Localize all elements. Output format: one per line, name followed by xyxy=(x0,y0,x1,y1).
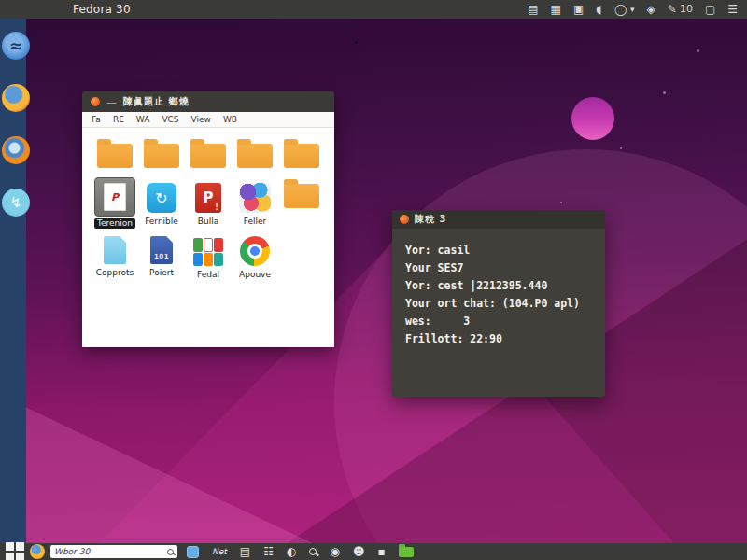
file-manager-body: P Terenion ↻ Fernible P Bulla Feller xyxy=(82,128,334,347)
status-window-titlebar[interactable]: 陳稅 3 xyxy=(392,210,605,229)
menu-edit[interactable]: RE xyxy=(113,115,124,124)
file-label: Feller xyxy=(244,217,266,226)
badge-icon[interactable]: ◈ xyxy=(647,0,655,19)
sync-app-icon: ↻ xyxy=(147,183,176,213)
menu-go[interactable]: WA xyxy=(136,115,150,124)
document-badge: 101 xyxy=(154,253,169,260)
window-icon[interactable]: ▢ xyxy=(705,0,715,19)
file-label: Terenion xyxy=(94,218,135,229)
folder-icon xyxy=(190,144,226,168)
folder-item[interactable] xyxy=(232,137,278,168)
close-button[interactable] xyxy=(91,97,100,106)
wallpaper-star xyxy=(560,202,562,203)
status-line: wes: 3 xyxy=(405,313,605,330)
camera-icon[interactable]: ▣ xyxy=(573,0,584,19)
green-folder-icon[interactable] xyxy=(399,547,414,557)
app-suite-icon xyxy=(193,238,223,266)
taskbar: Wbor 30 Net ▤ ☷ ◐ ◉ ☻ ▪ xyxy=(0,543,747,560)
presentation-icon: P xyxy=(195,183,221,213)
file-label: Fernible xyxy=(145,217,178,226)
file-icon[interactable]: ▤ xyxy=(240,543,250,560)
firefox-taskbar-icon[interactable] xyxy=(30,544,45,559)
folder-item[interactable] xyxy=(138,137,185,168)
folder-icon xyxy=(237,144,273,168)
network-icon[interactable]: ◯ xyxy=(614,0,627,19)
file-item[interactable]: ↻ Fernible xyxy=(138,177,185,229)
search-icon xyxy=(167,549,174,555)
taskbar-icons: Net ▤ ☷ ◐ ◉ ☻ ▪ xyxy=(187,543,414,560)
colorful-app-icon xyxy=(239,183,271,213)
firefox-icon[interactable] xyxy=(2,84,30,112)
wallpaper-moon xyxy=(571,97,614,140)
file-manager-titlebar[interactable]: — 陳眞題止 鄉燒 xyxy=(82,91,334,112)
contact-icon[interactable]: ◐ xyxy=(287,543,296,560)
file-label: Poiert xyxy=(149,268,174,277)
folder-item[interactable] xyxy=(278,137,325,168)
selection-highlight: P xyxy=(94,177,135,217)
file-label: Fedal xyxy=(197,270,219,279)
edit-icon[interactable]: ✎ xyxy=(668,0,677,19)
status-line: Yor: cest |2212395.440 xyxy=(405,277,605,295)
file-label: Copprots xyxy=(96,268,134,277)
file-item[interactable]: 101 Poiert xyxy=(138,236,185,279)
document-icon: P xyxy=(104,183,126,211)
search-input[interactable]: Wbor 30 xyxy=(54,547,163,556)
status-line: Your SES7 xyxy=(405,259,605,277)
window-title: 陳稅 3 xyxy=(415,213,446,226)
file-item[interactable]: Apouve xyxy=(232,236,278,279)
screens-icon[interactable]: ▤ xyxy=(528,0,538,19)
file-item[interactable]: Feller xyxy=(232,177,278,229)
icon-row: Copprots 101 Poiert Fedal Apouve xyxy=(92,236,327,279)
folder-icon xyxy=(144,144,179,168)
desktop-screen: Fedora 30 ▤ ▦ ▣ ◖ ◯ ▾ ◈ ✎ 10 ▢ ☰ — 陳眞題止 … xyxy=(0,0,747,560)
folder-icon xyxy=(97,144,133,168)
status-line: Your ort chat: (104.P0 apl) xyxy=(405,295,605,313)
file-item[interactable]: Fedal xyxy=(185,236,232,279)
start-button[interactable] xyxy=(6,542,24,560)
status-window: 陳稅 3 Yor: casil Your SES7 Yor: cest |221… xyxy=(392,210,605,397)
menu-vcs[interactable]: VCS xyxy=(162,115,178,124)
top-panel: Fedora 30 ▤ ▦ ▣ ◖ ◯ ▾ ◈ ✎ 10 ▢ ☰ xyxy=(0,0,747,19)
menu-view[interactable]: View xyxy=(191,115,211,124)
menu-icon[interactable]: ☰ xyxy=(727,0,738,19)
file-label: Bulla xyxy=(198,217,218,226)
apps-grid-icon[interactable]: ▦ xyxy=(551,0,561,19)
chevron-down-icon[interactable]: ▾ xyxy=(630,0,635,19)
edit-count: 10 xyxy=(680,0,693,19)
wallpaper-dark-dot xyxy=(355,41,358,44)
volume-icon[interactable]: ◖ xyxy=(596,0,601,19)
location-pin-icon[interactable]: ◉ xyxy=(330,543,339,560)
firefox-alt-icon[interactable] xyxy=(2,136,30,164)
chat-app-icon[interactable] xyxy=(2,189,30,217)
network-label-icon[interactable]: Net xyxy=(212,547,227,556)
folder-item[interactable] xyxy=(185,137,232,168)
activities-label[interactable]: Fedora 30 xyxy=(0,3,131,16)
browser-blue-icon[interactable] xyxy=(2,32,30,60)
minimize-icon[interactable]: — xyxy=(106,96,117,108)
small-dot-icon[interactable]: ▪ xyxy=(377,543,385,560)
search-tool-icon[interactable] xyxy=(309,548,317,555)
taskbar-search[interactable]: Wbor 30 xyxy=(50,545,177,558)
file-manager-menubar: Fa RE WA VCS View WB xyxy=(82,112,334,128)
wallpaper-star xyxy=(620,147,622,149)
file-item[interactable]: Copprots xyxy=(92,236,138,279)
status-line: Yor: casil xyxy=(405,242,605,259)
folder-item[interactable] xyxy=(92,137,138,168)
document-mark: P xyxy=(111,191,119,203)
file-label: Apouve xyxy=(239,270,271,279)
file-manager-window: — 陳眞題止 鄉燒 Fa RE WA VCS View WB xyxy=(82,91,334,347)
folder-icon xyxy=(284,144,319,168)
menu-file[interactable]: Fa xyxy=(92,115,101,124)
file-item[interactable]: P Bulla xyxy=(185,177,232,229)
dock xyxy=(0,19,26,544)
blue-app-icon[interactable] xyxy=(187,546,199,558)
file-item-selected[interactable]: P Terenion xyxy=(92,177,138,229)
menu-help[interactable]: WB xyxy=(223,115,237,124)
close-button[interactable] xyxy=(400,215,409,224)
dense-glyph-icon[interactable]: ☷ xyxy=(263,543,274,560)
wallpaper-star xyxy=(663,91,666,94)
folder-item[interactable] xyxy=(278,177,325,229)
wallpaper-star xyxy=(697,49,699,52)
user-icon[interactable]: ☻ xyxy=(353,543,365,560)
status-window-body: Yor: casil Your SES7 Yor: cest |2212395.… xyxy=(392,229,605,348)
